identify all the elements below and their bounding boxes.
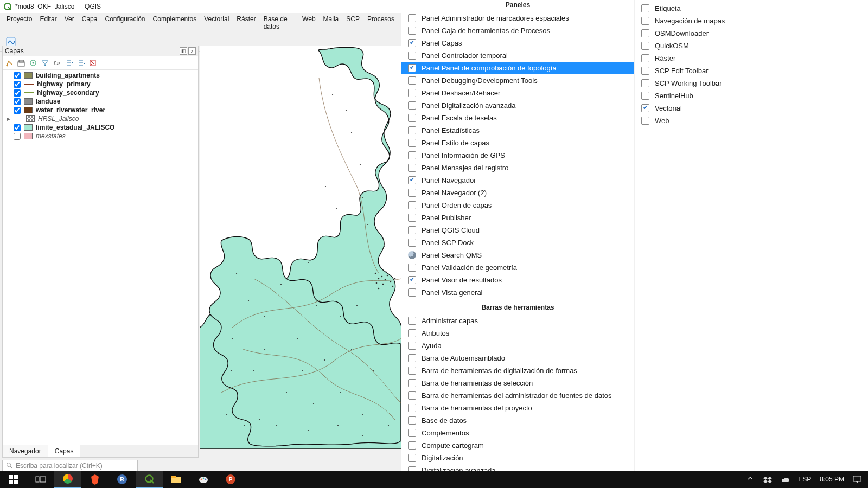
view-panels-menu[interactable]: Paneles Panel Administrador de marcadore… [401, 0, 868, 477]
checkbox-icon[interactable] [641, 104, 649, 112]
action-center-icon[interactable] [853, 476, 861, 483]
checkbox-icon[interactable] [408, 151, 416, 159]
checkbox-icon[interactable] [408, 76, 416, 85]
toolbar-item[interactable]: Barra de herramientas del administrador … [401, 389, 634, 402]
expand-icon[interactable]: ▸ [6, 115, 11, 123]
toolbar-item[interactable]: SCP Working Toolbar [635, 77, 868, 89]
checkbox-icon[interactable] [408, 317, 416, 325]
layer-visibility-checkbox[interactable] [14, 98, 21, 105]
panel-item[interactable]: Panel Información de GPS [401, 149, 634, 162]
checkbox-icon[interactable] [641, 42, 649, 50]
toolbar-item[interactable]: Web [635, 114, 868, 127]
checkbox-icon[interactable] [641, 79, 649, 87]
menu-malla[interactable]: Malla [320, 14, 342, 31]
toolbar-item[interactable]: OSMDownloader [635, 27, 868, 40]
menu-base de datos[interactable]: Base de datos [260, 14, 298, 31]
remove-layer-icon[interactable] [88, 59, 97, 67]
panel-item[interactable]: Panel QGIS Cloud [401, 224, 634, 236]
add-group-icon[interactable] [17, 59, 25, 67]
taskbar-powerpoint-icon[interactable]: P [217, 471, 244, 488]
toolbar-item[interactable]: Etiqueta [635, 2, 868, 15]
panel-item[interactable]: Panel Navegador [401, 174, 634, 187]
toolbar-item[interactable]: QuickOSM [635, 40, 868, 52]
menu-capa[interactable]: Capa [79, 14, 101, 31]
toolbar-item[interactable]: Ayuda [401, 339, 634, 352]
start-button[interactable] [0, 471, 27, 488]
layer-visibility-checkbox[interactable] [14, 81, 21, 88]
layer-row[interactable]: landuse [4, 97, 197, 106]
panel-item[interactable]: Panel Digitalización avanzada [401, 99, 634, 112]
taskbar-explorer-icon[interactable] [163, 471, 190, 488]
taskbar-qgis-icon[interactable] [136, 471, 163, 488]
layer-row[interactable]: ▸HRSL_Jalisco [4, 114, 197, 123]
toolbar-item[interactable]: Complementos [401, 427, 634, 439]
layer-row[interactable]: limite_estadual_JALISCO [4, 123, 197, 132]
toolbar-item[interactable]: Barra de herramientas de selección [401, 377, 634, 389]
menu-ver[interactable]: Ver [61, 14, 78, 31]
checkbox-icon[interactable] [408, 391, 416, 400]
taskbar-brave-icon[interactable] [81, 471, 108, 488]
panel-item[interactable]: Panel Controlador temporal [401, 49, 634, 62]
toolbar-item[interactable]: Digitalización [401, 452, 634, 464]
checkbox-icon[interactable] [408, 164, 416, 172]
toolbar-item[interactable]: Navegación de mapas [635, 15, 868, 27]
checkbox-icon[interactable] [408, 27, 416, 35]
layer-visibility-checkbox[interactable] [14, 124, 21, 131]
toolbar-item[interactable]: Ráster [635, 52, 868, 65]
menu-proyecto[interactable]: Proyecto [3, 14, 35, 31]
tray-chevron-up-icon[interactable] [747, 475, 756, 484]
menu-scp[interactable]: SCP [343, 14, 363, 31]
checkbox-icon[interactable] [641, 4, 649, 12]
menu-complementos[interactable]: Complementos [150, 14, 200, 31]
layer-row[interactable]: water_riverwater_river [4, 106, 197, 114]
panel-item[interactable]: Panel Vista general [401, 286, 634, 299]
checkbox-icon[interactable] [408, 201, 416, 209]
layer-visibility-checkbox[interactable] [14, 72, 21, 79]
panel-item[interactable]: Panel Validación de geometría [401, 261, 634, 274]
panel-item[interactable]: Panel Escala de teselas [401, 112, 634, 124]
layer-row[interactable]: highway_primary [4, 80, 197, 88]
panel-close-icon[interactable]: x [188, 47, 196, 55]
layer-row[interactable]: highway_secondary [4, 88, 197, 97]
checkbox-icon[interactable] [408, 264, 416, 272]
checkbox-icon[interactable] [408, 126, 416, 134]
toolbar-item[interactable]: SCP Edit Toolbar [635, 65, 868, 77]
checkbox-icon[interactable] [408, 379, 416, 387]
taskbar-paint-icon[interactable] [190, 471, 217, 488]
checkbox-icon[interactable] [408, 139, 416, 147]
checkbox-icon[interactable] [408, 214, 416, 222]
panel-item[interactable]: Panel Deshacer/Rehacer [401, 87, 634, 99]
checkbox-icon[interactable] [641, 92, 649, 100]
toolbar-item[interactable]: Barra de Autoemsamblado [401, 352, 634, 364]
taskbar-language[interactable]: ESP [798, 476, 811, 483]
menu-vectorial[interactable]: Vectorial [201, 14, 232, 31]
checkbox-icon[interactable] [408, 89, 416, 97]
menu-ráster[interactable]: Ráster [233, 14, 259, 31]
menu-web[interactable]: Web [299, 14, 318, 31]
checkbox-icon[interactable] [408, 454, 416, 462]
panel-item[interactable]: Panel Panel de comprobación de topología [401, 62, 634, 74]
checkbox-icon[interactable] [641, 67, 649, 75]
tray-dropbox-icon[interactable] [763, 476, 772, 483]
toolbar-item[interactable]: SentinelHub [635, 89, 868, 102]
checkbox-icon[interactable] [408, 39, 416, 47]
layer-visibility-checkbox[interactable] [14, 133, 21, 140]
checkbox-icon[interactable] [408, 416, 416, 425]
manage-themes-icon[interactable] [29, 59, 37, 67]
checkbox-icon[interactable] [408, 114, 416, 122]
checkbox-icon[interactable] [641, 29, 649, 37]
toolbar-item[interactable]: Base de datos [401, 414, 634, 427]
panel-item[interactable]: Panel Debugging/Development Tools [401, 74, 634, 87]
toolbar-item[interactable]: Administrar capas [401, 314, 634, 327]
checkbox-icon[interactable] [408, 52, 416, 60]
checkbox-icon[interactable] [408, 101, 416, 110]
checkbox-icon[interactable] [408, 288, 416, 297]
taskbar-chrome-icon[interactable] [54, 471, 81, 488]
checkbox-icon[interactable] [408, 226, 416, 234]
layer-visibility-checkbox[interactable] [14, 107, 21, 114]
tray-onedrive-icon[interactable] [780, 476, 789, 483]
layer-row[interactable]: mexstates [4, 132, 197, 140]
menu-editar[interactable]: Editar [36, 14, 60, 31]
toolbar-item[interactable]: Vectorial [635, 102, 868, 114]
task-view-icon[interactable] [27, 471, 54, 488]
